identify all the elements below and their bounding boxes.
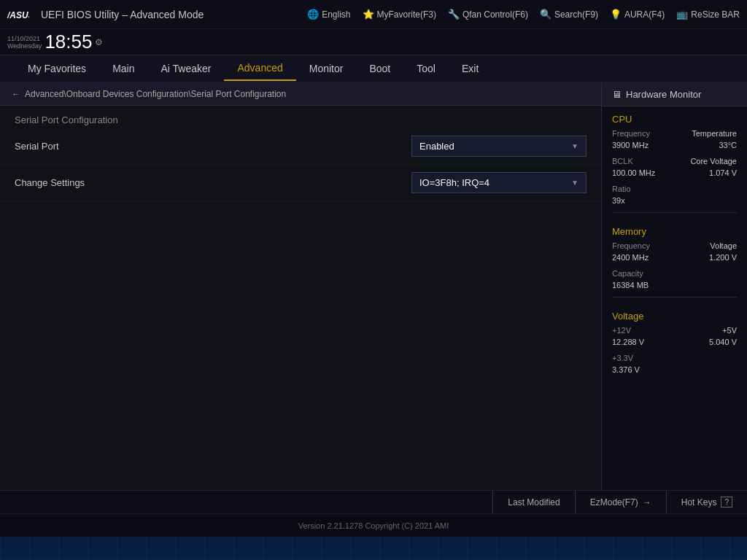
hw-33v-value: 3.376 V	[612, 365, 640, 374]
aura-button[interactable]: 💡 AURA(F4)	[610, 9, 665, 20]
nav-my-favorites[interactable]: My Favorites	[15, 57, 99, 80]
hotkeys-icon: ?	[721, 497, 732, 508]
hardware-monitor: 🖥 Hardware Monitor CPU Frequency Tempera…	[601, 83, 747, 490]
hw-12v-label: +12V	[612, 326, 631, 335]
hw-mem-cap-label: Capacity	[612, 269, 643, 278]
change-settings-value: IO=3F8h; IRQ=4	[419, 177, 489, 188]
ezmode-icon: →	[643, 497, 651, 508]
nav-advanced[interactable]: Advanced	[224, 56, 295, 81]
back-arrow[interactable]: ←	[12, 89, 20, 99]
hw-cpu-temp-label: Temperature	[692, 129, 737, 138]
resize-icon: 📺	[676, 9, 688, 20]
hw-voltage-section: Voltage	[602, 303, 747, 324]
date-info: 11/10/2021 Wednesday	[7, 35, 42, 50]
hw-monitor-label: Hardware Monitor	[626, 89, 701, 100]
main-layout: ← Advanced\Onboard Devices Configuration…	[0, 83, 747, 490]
change-settings-dropdown[interactable]: IO=3F8h; IRQ=4 ▼	[411, 172, 587, 193]
status-bar: Last Modified EzMode(F7) → Hot Keys ?	[0, 490, 747, 513]
hw-bclk-value: 100.00 MHz	[612, 168, 655, 177]
hw-cpu-freq-value: 3900 MHz	[612, 141, 649, 149]
nav-ai-tweaker[interactable]: Ai Tweaker	[147, 57, 224, 80]
day: Wednesday	[7, 42, 42, 50]
ezmode-button[interactable]: EzMode(F7) →	[575, 491, 666, 513]
hw-cpu-bclk-row: BCLK Core Voltage	[602, 155, 747, 167]
breadcrumb: ← Advanced\Onboard Devices Configuration…	[0, 83, 601, 106]
datetime-bar: 11/10/2021 Wednesday 18:55 ⚙	[0, 29, 747, 55]
hw-5v-value: 5.040 V	[709, 338, 737, 346]
search-button[interactable]: 🔍 Search(F9)	[540, 9, 598, 20]
hw-mem-cap-row: Capacity	[602, 268, 747, 279]
aura-icon: 💡	[610, 9, 622, 20]
hw-mem-cap-value: 16384 MB	[612, 281, 649, 289]
language-label: English	[322, 9, 350, 20]
hw-mem-voltage-value: 1.200 V	[709, 253, 737, 262]
search-icon: 🔍	[540, 9, 551, 20]
nav-boot[interactable]: Boot	[356, 57, 403, 80]
nav-monitor[interactable]: Monitor	[296, 57, 357, 80]
hw-cpu-temp-value: 33°C	[719, 141, 737, 149]
change-settings-label: Change Settings	[15, 177, 411, 188]
language-selector[interactable]: 🌐 English	[307, 9, 350, 20]
hotkeys-button[interactable]: Hot Keys ?	[666, 491, 747, 513]
nav-exit[interactable]: Exit	[449, 57, 492, 80]
nav-bar: My Favorites Main Ai Tweaker Advanced Mo…	[0, 55, 747, 83]
serial-port-label: Serial Port	[15, 141, 411, 152]
date: 11/10/2021	[7, 35, 42, 42]
last-modified-label: Last Modified	[508, 497, 560, 508]
hw-mem-freq-values: 2400 MHz 1.200 V	[602, 252, 747, 263]
breadcrumb-path: Advanced\Onboard Devices Configuration\S…	[25, 89, 286, 99]
asus-logo: /ASUS	[7, 7, 34, 22]
resize-bar-button[interactable]: 📺 ReSize BAR	[676, 9, 740, 20]
hw-12v-values: 12.288 V 5.040 V	[602, 336, 747, 348]
dropdown-arrow-2: ▼	[571, 179, 578, 187]
serial-port-dropdown[interactable]: Enabled ▼	[411, 136, 587, 157]
svg-text:/ASUS: /ASUS	[7, 9, 29, 20]
hw-mem-freq-row: Frequency Voltage	[602, 240, 747, 252]
clock-settings-icon[interactable]: ⚙	[95, 37, 103, 47]
search-label: Search(F9)	[554, 9, 598, 20]
hw-cpu-ratio-row: Ratio	[602, 183, 747, 195]
qfan-button[interactable]: 🔧 Qfan Control(F6)	[448, 9, 528, 20]
language-icon: 🌐	[307, 9, 319, 20]
version-bar: Version 2.21.1278 Copyright (C) 2021 AMI	[0, 513, 747, 537]
resize-label: ReSize BAR	[691, 9, 740, 20]
content-area: ← Advanced\Onboard Devices Configuration…	[0, 83, 601, 490]
hw-33v-label: +3.3V	[612, 354, 633, 362]
hw-divider-2	[612, 297, 737, 298]
favorite-icon: ⭐	[363, 9, 374, 20]
top-bar: /ASUS UEFI BIOS Utility – Advanced Mode …	[0, 0, 747, 29]
last-modified-item[interactable]: Last Modified	[492, 491, 574, 513]
hw-cpu-freq-label: Frequency	[612, 129, 650, 138]
nav-tool[interactable]: Tool	[403, 57, 449, 80]
hw-cpu-bclk-values: 100.00 MHz 1.074 V	[602, 167, 747, 179]
hw-bclk-label: BCLK	[612, 157, 633, 166]
hw-cpu-ratio-value-row: 39x	[602, 195, 747, 206]
hw-12v-row: +12V +5V	[602, 324, 747, 336]
hotkeys-label: Hot Keys	[681, 497, 717, 508]
hw-mem-cap-value-row: 16384 MB	[602, 279, 747, 291]
bios-title: UEFI BIOS Utility – Advanced Mode	[41, 9, 307, 20]
hw-monitor-icon: 🖥	[612, 89, 622, 100]
hw-mem-voltage-label: Voltage	[710, 241, 737, 250]
dropdown-arrow-1: ▼	[571, 142, 578, 150]
hw-mem-freq-label: Frequency	[612, 241, 650, 250]
nav-main[interactable]: Main	[99, 57, 147, 80]
hw-mem-freq-value: 2400 MHz	[612, 253, 649, 262]
section-title: Serial Port Configuration	[0, 106, 601, 128]
hw-ratio-value: 39x	[612, 196, 625, 205]
change-settings-row: Change Settings IO=3F8h; IRQ=4 ▼	[0, 165, 601, 201]
hw-core-voltage-label: Core Voltage	[690, 157, 737, 166]
hw-cpu-frequency-row: Frequency Temperature	[602, 128, 747, 139]
myfavorite-button[interactable]: ⭐ MyFavorite(F3)	[363, 9, 436, 20]
qfan-label: Qfan Control(F6)	[462, 9, 528, 20]
top-bar-actions: 🌐 English ⭐ MyFavorite(F3) 🔧 Qfan Contro…	[307, 9, 740, 20]
hw-core-voltage-value: 1.074 V	[709, 168, 737, 177]
hw-12v-value: 12.288 V	[612, 338, 644, 346]
fan-icon: 🔧	[448, 9, 460, 20]
serial-port-control[interactable]: Enabled ▼	[411, 136, 587, 157]
hw-33v-value-row: 3.376 V	[602, 364, 747, 376]
hw-33v-row: +3.3V	[602, 352, 747, 364]
clock: 18:55	[44, 31, 92, 53]
change-settings-control[interactable]: IO=3F8h; IRQ=4 ▼	[411, 172, 587, 193]
serial-port-row: Serial Port Enabled ▼	[0, 128, 601, 165]
